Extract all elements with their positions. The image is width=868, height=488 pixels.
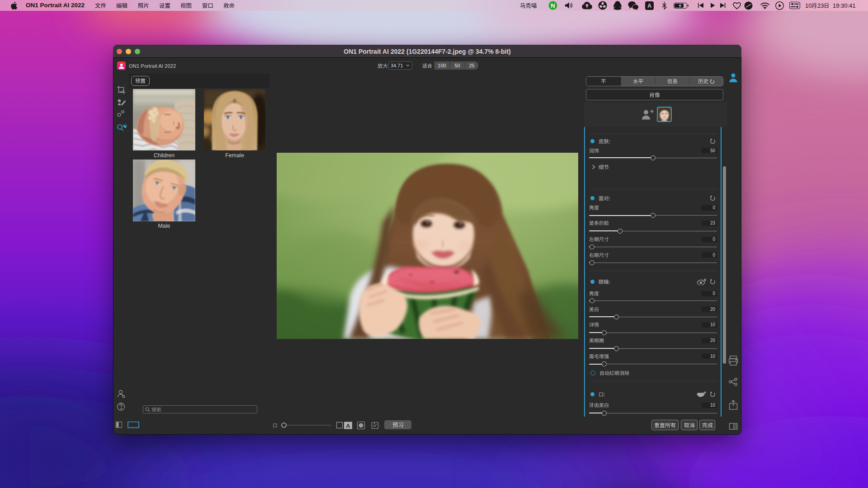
svg-text:A: A [346, 422, 350, 429]
svg-text:A: A [647, 3, 651, 9]
svg-text:N: N [551, 2, 555, 9]
